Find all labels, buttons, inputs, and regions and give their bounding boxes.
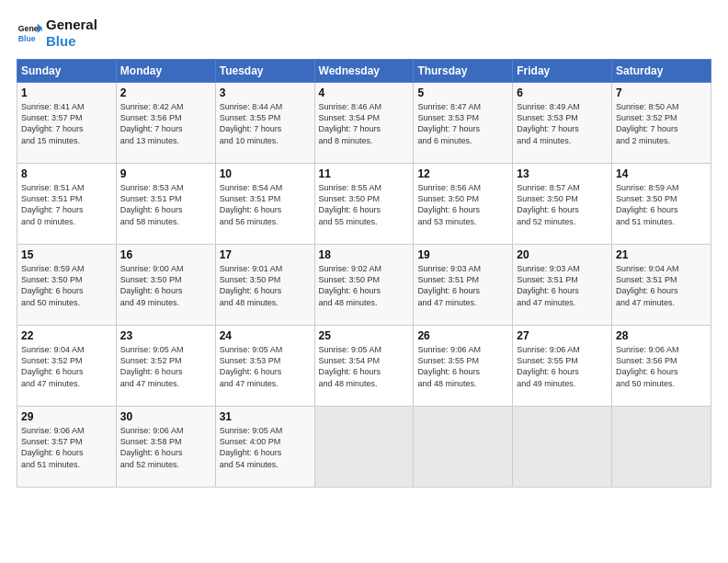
- day-number: 27: [517, 328, 608, 343]
- logo-icon: General Blue: [17, 20, 42, 46]
- day-info: Sunrise: 9:06 AM Sunset: 3:55 PM Dayligh…: [517, 344, 608, 389]
- calendar-cell: 22Sunrise: 9:04 AM Sunset: 3:52 PM Dayli…: [17, 326, 117, 407]
- calendar-cell: 26Sunrise: 9:06 AM Sunset: 3:55 PM Dayli…: [414, 326, 513, 407]
- day-number: 9: [120, 167, 211, 181]
- col-header-friday: Friday: [513, 60, 612, 83]
- day-info: Sunrise: 8:46 AM Sunset: 3:54 PM Dayligh…: [319, 101, 410, 146]
- calendar-table: SundayMondayTuesdayWednesdayThursdayFrid…: [17, 59, 711, 488]
- day-number: 14: [616, 167, 707, 181]
- col-header-sunday: Sunday: [17, 60, 117, 83]
- calendar-cell: 1Sunrise: 8:41 AM Sunset: 3:57 PM Daylig…: [17, 83, 117, 164]
- calendar-cell: 14Sunrise: 8:59 AM Sunset: 3:50 PM Dayli…: [612, 164, 711, 245]
- day-info: Sunrise: 8:56 AM Sunset: 3:50 PM Dayligh…: [417, 182, 508, 227]
- day-number: 17: [220, 247, 311, 262]
- svg-text:Blue: Blue: [18, 34, 36, 43]
- day-number: 21: [616, 247, 707, 262]
- day-number: 4: [319, 86, 410, 100]
- day-number: 12: [417, 167, 508, 181]
- calendar-cell: [314, 407, 414, 488]
- day-number: 1: [21, 86, 112, 100]
- calendar-cell: 19Sunrise: 9:03 AM Sunset: 3:51 PM Dayli…: [414, 245, 513, 326]
- day-info: Sunrise: 8:55 AM Sunset: 3:50 PM Dayligh…: [319, 182, 410, 227]
- day-info: Sunrise: 9:03 AM Sunset: 3:51 PM Dayligh…: [417, 263, 508, 308]
- calendar-cell: 25Sunrise: 9:05 AM Sunset: 3:54 PM Dayli…: [314, 326, 414, 407]
- day-info: Sunrise: 8:57 AM Sunset: 3:50 PM Dayligh…: [517, 182, 608, 227]
- day-number: 16: [120, 247, 211, 262]
- day-info: Sunrise: 9:05 AM Sunset: 3:53 PM Dayligh…: [220, 344, 311, 389]
- day-info: Sunrise: 8:53 AM Sunset: 3:51 PM Dayligh…: [120, 182, 211, 227]
- day-info: Sunrise: 9:06 AM Sunset: 3:58 PM Dayligh…: [120, 425, 211, 470]
- calendar-cell: [414, 407, 513, 488]
- day-number: 3: [220, 86, 311, 100]
- day-number: 15: [21, 247, 112, 262]
- calendar-cell: 10Sunrise: 8:54 AM Sunset: 3:51 PM Dayli…: [215, 164, 314, 245]
- day-number: 10: [220, 167, 311, 181]
- day-number: 7: [616, 86, 707, 100]
- calendar-cell: 12Sunrise: 8:56 AM Sunset: 3:50 PM Dayli…: [414, 164, 513, 245]
- calendar-cell: 6Sunrise: 8:49 AM Sunset: 3:53 PM Daylig…: [513, 83, 612, 164]
- calendar-cell: 3Sunrise: 8:44 AM Sunset: 3:55 PM Daylig…: [215, 83, 314, 164]
- calendar-cell: 28Sunrise: 9:06 AM Sunset: 3:56 PM Dayli…: [612, 326, 711, 407]
- day-number: 31: [220, 409, 311, 424]
- calendar-cell: [612, 407, 711, 488]
- calendar-cell: 13Sunrise: 8:57 AM Sunset: 3:50 PM Dayli…: [513, 164, 612, 245]
- day-info: Sunrise: 8:54 AM Sunset: 3:51 PM Dayligh…: [220, 182, 311, 227]
- col-header-tuesday: Tuesday: [215, 60, 314, 83]
- calendar-cell: 15Sunrise: 8:59 AM Sunset: 3:50 PM Dayli…: [17, 245, 117, 326]
- day-number: 24: [220, 328, 311, 343]
- day-info: Sunrise: 9:04 AM Sunset: 3:51 PM Dayligh…: [616, 263, 707, 308]
- day-info: Sunrise: 8:47 AM Sunset: 3:53 PM Dayligh…: [417, 101, 508, 146]
- day-number: 30: [120, 409, 211, 424]
- calendar-cell: 18Sunrise: 9:02 AM Sunset: 3:50 PM Dayli…: [314, 245, 414, 326]
- day-number: 25: [319, 328, 410, 343]
- col-header-thursday: Thursday: [414, 60, 513, 83]
- day-number: 11: [319, 167, 410, 181]
- calendar-cell: 17Sunrise: 9:01 AM Sunset: 3:50 PM Dayli…: [215, 245, 314, 326]
- calendar-cell: 9Sunrise: 8:53 AM Sunset: 3:51 PM Daylig…: [116, 164, 215, 245]
- day-info: Sunrise: 9:00 AM Sunset: 3:50 PM Dayligh…: [120, 263, 211, 308]
- calendar-cell: 23Sunrise: 9:05 AM Sunset: 3:52 PM Dayli…: [116, 326, 215, 407]
- day-info: Sunrise: 8:44 AM Sunset: 3:55 PM Dayligh…: [220, 101, 311, 146]
- day-info: Sunrise: 8:42 AM Sunset: 3:56 PM Dayligh…: [120, 101, 211, 146]
- day-info: Sunrise: 9:05 AM Sunset: 3:52 PM Dayligh…: [120, 344, 211, 389]
- calendar-cell: 20Sunrise: 9:03 AM Sunset: 3:51 PM Dayli…: [513, 245, 612, 326]
- day-number: 13: [517, 167, 608, 181]
- day-info: Sunrise: 8:59 AM Sunset: 3:50 PM Dayligh…: [616, 182, 707, 227]
- day-number: 19: [417, 247, 508, 262]
- day-info: Sunrise: 8:41 AM Sunset: 3:57 PM Dayligh…: [21, 101, 112, 146]
- day-info: Sunrise: 9:04 AM Sunset: 3:52 PM Dayligh…: [21, 344, 112, 389]
- day-info: Sunrise: 9:06 AM Sunset: 3:55 PM Dayligh…: [417, 344, 508, 389]
- calendar-cell: 24Sunrise: 9:05 AM Sunset: 3:53 PM Dayli…: [215, 326, 314, 407]
- calendar-cell: 31Sunrise: 9:05 AM Sunset: 4:00 PM Dayli…: [215, 407, 314, 488]
- day-info: Sunrise: 9:06 AM Sunset: 3:56 PM Dayligh…: [616, 344, 707, 389]
- day-number: 29: [21, 409, 112, 424]
- day-info: Sunrise: 9:06 AM Sunset: 3:57 PM Dayligh…: [21, 425, 112, 470]
- day-number: 22: [21, 328, 112, 343]
- col-header-saturday: Saturday: [612, 60, 711, 83]
- col-header-wednesday: Wednesday: [314, 60, 414, 83]
- calendar-cell: 11Sunrise: 8:55 AM Sunset: 3:50 PM Dayli…: [314, 164, 414, 245]
- calendar-cell: 29Sunrise: 9:06 AM Sunset: 3:57 PM Dayli…: [17, 407, 117, 488]
- day-info: Sunrise: 9:05 AM Sunset: 3:54 PM Dayligh…: [319, 344, 410, 389]
- calendar-cell: 4Sunrise: 8:46 AM Sunset: 3:54 PM Daylig…: [314, 83, 414, 164]
- day-number: 18: [319, 247, 410, 262]
- day-number: 20: [517, 247, 608, 262]
- day-info: Sunrise: 9:05 AM Sunset: 4:00 PM Dayligh…: [220, 425, 311, 470]
- calendar-cell: 5Sunrise: 8:47 AM Sunset: 3:53 PM Daylig…: [414, 83, 513, 164]
- col-header-monday: Monday: [116, 60, 215, 83]
- day-number: 28: [616, 328, 707, 343]
- day-info: Sunrise: 9:01 AM Sunset: 3:50 PM Dayligh…: [220, 263, 311, 308]
- calendar-cell: 8Sunrise: 8:51 AM Sunset: 3:51 PM Daylig…: [17, 164, 117, 245]
- calendar-cell: 30Sunrise: 9:06 AM Sunset: 3:58 PM Dayli…: [116, 407, 215, 488]
- day-number: 26: [417, 328, 508, 343]
- day-info: Sunrise: 8:50 AM Sunset: 3:52 PM Dayligh…: [616, 101, 707, 146]
- day-number: 8: [21, 167, 112, 181]
- day-number: 5: [417, 86, 508, 100]
- calendar-cell: 16Sunrise: 9:00 AM Sunset: 3:50 PM Dayli…: [116, 245, 215, 326]
- day-info: Sunrise: 8:59 AM Sunset: 3:50 PM Dayligh…: [21, 263, 112, 308]
- day-number: 6: [517, 86, 608, 100]
- calendar-cell: 7Sunrise: 8:50 AM Sunset: 3:52 PM Daylig…: [612, 83, 711, 164]
- day-info: Sunrise: 9:03 AM Sunset: 3:51 PM Dayligh…: [517, 263, 608, 308]
- logo: General Blue GeneralBlue: [17, 17, 97, 50]
- calendar-cell: 27Sunrise: 9:06 AM Sunset: 3:55 PM Dayli…: [513, 326, 612, 407]
